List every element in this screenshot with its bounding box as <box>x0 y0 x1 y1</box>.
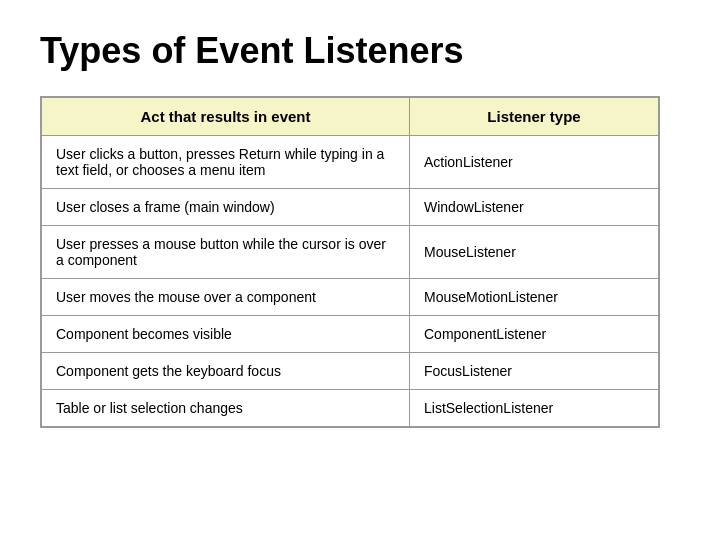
table-row: Component gets the keyboard focusFocusLi… <box>41 353 659 390</box>
act-cell: Table or list selection changes <box>41 390 409 428</box>
table-header-row: Act that results in event Listener type <box>41 97 659 136</box>
table-row: User clicks a button, presses Return whi… <box>41 136 659 189</box>
listener-cell: ListSelectionListener <box>409 390 659 428</box>
act-cell: Component gets the keyboard focus <box>41 353 409 390</box>
act-cell: User moves the mouse over a component <box>41 279 409 316</box>
table-row: Table or list selection changesListSelec… <box>41 390 659 428</box>
listener-cell: FocusListener <box>409 353 659 390</box>
table-row: Component becomes visibleComponentListen… <box>41 316 659 353</box>
listener-cell: MouseMotionListener <box>409 279 659 316</box>
listener-cell: WindowListener <box>409 189 659 226</box>
event-listeners-table: Act that results in event Listener type … <box>40 96 660 428</box>
act-cell: User clicks a button, presses Return whi… <box>41 136 409 189</box>
act-cell: User closes a frame (main window) <box>41 189 409 226</box>
header-act: Act that results in event <box>41 97 409 136</box>
table-row: User moves the mouse over a componentMou… <box>41 279 659 316</box>
act-cell: User presses a mouse button while the cu… <box>41 226 409 279</box>
page-title: Types of Event Listeners <box>40 30 680 72</box>
header-listener: Listener type <box>409 97 659 136</box>
table-row: User closes a frame (main window)WindowL… <box>41 189 659 226</box>
listener-cell: ComponentListener <box>409 316 659 353</box>
listener-cell: ActionListener <box>409 136 659 189</box>
page: Types of Event Listeners Act that result… <box>0 0 720 540</box>
listener-cell: MouseListener <box>409 226 659 279</box>
table-row: User presses a mouse button while the cu… <box>41 226 659 279</box>
act-cell: Component becomes visible <box>41 316 409 353</box>
